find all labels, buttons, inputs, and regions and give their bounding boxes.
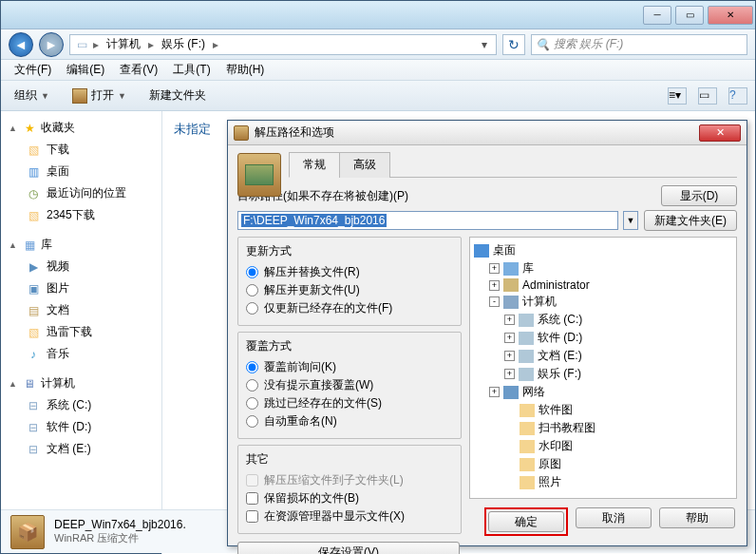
sidebar-item-drive-d[interactable]: ⊟软件 (D:) — [5, 416, 158, 438]
recent-icon: ◷ — [26, 186, 41, 201]
sidebar-libraries[interactable]: ▲▦库 — [5, 234, 158, 256]
status-filetype: WinRAR 压缩文件 — [54, 531, 186, 545]
path-dropdown[interactable]: ▼ — [623, 211, 638, 230]
sidebar: ▲★收藏夹 ▧下载 ▥桌面 ◷最近访问的位置 ▧2345下载 ▲▦库 ▶视频 ▣… — [1, 111, 162, 554]
close-button[interactable]: ✕ — [708, 6, 753, 25]
new-folder-button[interactable]: 新建文件夹 — [143, 85, 212, 106]
update-opt-replace[interactable]: 解压并替换文件(R) — [246, 263, 453, 281]
tree-folder-photos[interactable]: 照片 — [474, 473, 732, 491]
misc-opt-subfolder[interactable]: 解压压缩文件到子文件夹(L) — [246, 471, 453, 489]
misc-opt-broken[interactable]: 保留损坏的文件(B) — [246, 489, 453, 507]
sidebar-item-recent[interactable]: ◷最近访问的位置 — [5, 182, 158, 204]
doc-icon: ▤ — [26, 303, 41, 318]
dialog-titlebar: 解压路径和选项 ✕ — [228, 121, 747, 145]
expand-icon[interactable]: + — [504, 333, 515, 343]
tree-drive-f[interactable]: +娱乐 (F:) — [474, 365, 732, 383]
tree-drive-d[interactable]: +软件 (D:) — [474, 329, 732, 347]
navbar: ◄ ► ▭ ▸ 计算机 ▸ 娱乐 (F:) ▸ ▾ ↻ 🔍 搜索 娱乐 (F:) — [1, 29, 755, 60]
expand-icon[interactable]: + — [504, 351, 515, 361]
save-settings-button[interactable]: 保存设置(V) — [237, 542, 460, 554]
search-box[interactable]: 🔍 搜索 娱乐 (F:) — [531, 34, 747, 55]
tree-folder-original[interactable]: 原图 — [474, 455, 732, 473]
overwrite-title: 覆盖方式 — [246, 338, 453, 354]
star-icon: ★ — [22, 121, 37, 136]
video-icon: ▶ — [26, 259, 41, 275]
preview-pane-button[interactable]: ▭ — [698, 87, 717, 105]
update-opt-existing[interactable]: 仅更新已经存在的文件(F) — [246, 299, 453, 317]
sidebar-item-pictures[interactable]: ▣图片 — [5, 277, 158, 299]
folder-icon: ▧ — [26, 208, 41, 223]
sidebar-item-drive-e[interactable]: ⊟文档 (E:) — [5, 438, 158, 460]
toolbar: 组织▼ 打开▼ 新建文件夹 ≡▾ ▭ ? — [1, 81, 755, 111]
tree-drive-c[interactable]: +系统 (C:) — [474, 311, 732, 329]
overwrite-opt-ask[interactable]: 覆盖前询问(K) — [246, 358, 453, 376]
drive-icon — [519, 332, 534, 345]
computer-icon — [503, 296, 519, 309]
image-icon: ▣ — [26, 281, 41, 296]
overwrite-opt-skip[interactable]: 跳过已经存在的文件(S) — [246, 394, 453, 412]
expand-icon[interactable]: + — [489, 263, 500, 274]
sidebar-item-music[interactable]: ♪音乐 — [5, 343, 158, 365]
show-button[interactable]: 显示(D) — [661, 185, 737, 206]
tab-general[interactable]: 常规 — [289, 152, 340, 178]
ok-button[interactable]: 确定 — [488, 511, 564, 532]
open-button[interactable]: 打开▼ — [66, 85, 132, 106]
sidebar-item-documents[interactable]: ▤文档 — [5, 299, 158, 321]
refresh-button[interactable]: ↻ — [502, 34, 525, 55]
sidebar-item-drive-c[interactable]: ⊟系统 (C:) — [5, 394, 158, 416]
address-dropdown[interactable]: ▾ — [477, 38, 492, 51]
sidebar-item-desktop[interactable]: ▥桌面 — [5, 161, 158, 182]
breadcrumb-computer[interactable]: 计算机 — [103, 36, 144, 52]
menu-file[interactable]: 文件(F) — [9, 60, 57, 80]
drive-icon: ⊟ — [26, 398, 41, 413]
collapse-icon[interactable]: - — [489, 296, 500, 307]
overwrite-opt-noask[interactable]: 没有提示直接覆盖(W) — [246, 376, 453, 394]
update-opt-update[interactable]: 解压并更新文件(U) — [246, 281, 453, 299]
tree-admin[interactable]: +Administrator — [474, 277, 732, 293]
help-button[interactable]: 帮助 — [659, 507, 735, 528]
user-icon — [503, 278, 519, 292]
folder-icon — [520, 476, 535, 489]
address-bar[interactable]: ▭ ▸ 计算机 ▸ 娱乐 (F:) ▸ ▾ — [69, 34, 497, 55]
help-button[interactable]: ? — [728, 87, 747, 105]
expand-icon[interactable]: + — [504, 315, 515, 325]
sidebar-computer[interactable]: ▲🖥计算机 — [5, 373, 158, 394]
menu-view[interactable]: 查看(V) — [114, 60, 163, 80]
expand-icon[interactable]: + — [489, 280, 500, 291]
sidebar-item-downloads[interactable]: ▧下载 — [5, 139, 158, 161]
tree-computer[interactable]: -计算机 — [474, 293, 732, 311]
sidebar-item-thunder[interactable]: ▧迅雷下载 — [5, 321, 158, 343]
maximize-button[interactable]: ▭ — [675, 6, 704, 25]
back-button[interactable]: ◄ — [9, 32, 33, 57]
tree-libraries[interactable]: +库 — [474, 259, 732, 277]
path-input[interactable]: F:\DEEP_Win7x64_bjb2016 — [237, 211, 618, 230]
tree-desktop[interactable]: 桌面 — [474, 241, 732, 259]
tree-folder-watermark[interactable]: 水印图 — [474, 437, 732, 455]
sidebar-item-videos[interactable]: ▶视频 — [5, 256, 158, 277]
tab-advanced[interactable]: 高级 — [339, 152, 390, 178]
minimize-button[interactable]: ─ — [643, 6, 671, 25]
folder-tree[interactable]: 桌面 +库 +Administrator -计算机 +系统 (C:) +软件 (… — [469, 237, 737, 499]
breadcrumb-drive[interactable]: 娱乐 (F:) — [158, 36, 209, 52]
overwrite-opt-rename[interactable]: 自动重命名(N) — [246, 412, 453, 430]
expand-icon[interactable]: + — [504, 369, 515, 379]
misc-opt-explorer[interactable]: 在资源管理器中显示文件(X) — [246, 507, 453, 525]
cancel-button[interactable]: 取消 — [576, 507, 652, 528]
tree-folder-software[interactable]: 软件图 — [474, 401, 732, 419]
menu-help[interactable]: 帮助(H) — [220, 60, 271, 80]
drive-icon — [519, 368, 534, 381]
menu-tools[interactable]: 工具(T) — [167, 60, 216, 80]
tree-drive-e[interactable]: +文档 (E:) — [474, 347, 732, 365]
expand-icon[interactable]: + — [489, 387, 500, 397]
tree-folder-scan[interactable]: 扫书教程图 — [474, 419, 732, 437]
sidebar-item-2345[interactable]: ▧2345下载 — [5, 204, 158, 226]
sidebar-favorites[interactable]: ▲★收藏夹 — [5, 117, 158, 139]
tree-network[interactable]: +网络 — [474, 383, 732, 401]
forward-button[interactable]: ► — [39, 32, 64, 57]
organize-button[interactable]: 组织▼ — [9, 85, 55, 106]
menu-edit[interactable]: 编辑(E) — [61, 60, 110, 80]
view-button[interactable]: ≡▾ — [668, 87, 687, 105]
new-folder-button[interactable]: 新建文件夹(E) — [644, 210, 737, 231]
folder-icon — [520, 404, 535, 417]
dialog-close-button[interactable]: ✕ — [699, 124, 741, 142]
